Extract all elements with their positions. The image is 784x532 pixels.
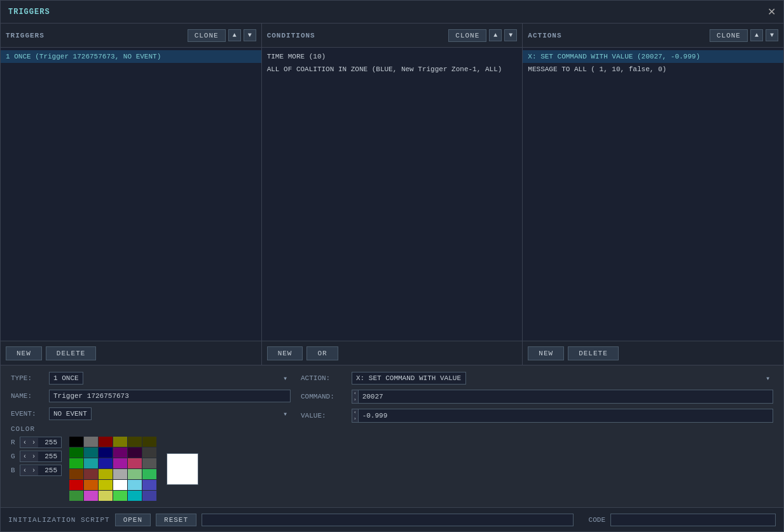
b-decrement-btn[interactable]: ‹ xyxy=(20,466,29,475)
triggers-delete-button[interactable]: DELETE xyxy=(46,346,97,360)
triggers-new-button[interactable]: NEW xyxy=(6,346,42,360)
color-swatch[interactable] xyxy=(84,437,98,447)
value-decrement-btn[interactable]: ‹ xyxy=(352,409,358,416)
color-swatch[interactable] xyxy=(142,469,156,479)
action-select[interactable]: X: SET COMMAND WITH VALUE xyxy=(352,372,466,385)
b-label: B xyxy=(11,467,20,474)
color-swatch[interactable] xyxy=(142,437,156,447)
color-swatch[interactable] xyxy=(69,469,83,479)
action-item-1[interactable]: MESSAGE TO ALL ( 1, 10, false, 0) xyxy=(523,63,783,76)
color-swatch[interactable] xyxy=(113,480,127,490)
triggers-up-button[interactable]: ▲ xyxy=(228,29,241,41)
actions-clone-button[interactable]: CLONE xyxy=(710,29,748,42)
color-swatch[interactable] xyxy=(99,491,113,501)
triggers-down-button[interactable]: ▼ xyxy=(244,29,256,41)
conditions-or-button[interactable]: OR xyxy=(306,346,338,360)
g-decrement-btn[interactable]: ‹ xyxy=(20,452,29,461)
color-swatch[interactable] xyxy=(84,447,98,458)
color-swatch[interactable] xyxy=(142,458,156,468)
color-swatch[interactable] xyxy=(113,437,127,447)
type-label: TYPE: xyxy=(11,374,49,382)
actions-delete-button[interactable]: DELETE xyxy=(568,346,619,360)
action-item-0[interactable]: X: SET COMMAND WITH VALUE (20027, -0.999… xyxy=(523,50,783,63)
code-input[interactable] xyxy=(610,514,776,526)
r-row: R ‹ › 255 xyxy=(11,437,62,448)
open-button[interactable]: OPEN xyxy=(115,514,151,526)
title-bar: TRIGGERS ✕ xyxy=(1,1,783,24)
command-increment-btn[interactable]: › xyxy=(352,397,358,403)
color-swatch[interactable] xyxy=(113,491,127,501)
color-swatch[interactable] xyxy=(128,437,142,447)
type-select[interactable]: 1 ONCE xyxy=(49,372,83,385)
color-swatch[interactable] xyxy=(69,458,83,468)
triggers-footer: NEW DELETE xyxy=(1,341,261,365)
g-value: 255 xyxy=(38,451,61,461)
actions-new-button[interactable]: NEW xyxy=(528,346,564,360)
g-increment-btn[interactable]: › xyxy=(29,452,38,461)
color-swatch[interactable] xyxy=(84,469,98,479)
script-input[interactable] xyxy=(202,514,574,526)
trigger-properties-form: TYPE: 1 ONCE NAME: EVENT: NO EVEN xyxy=(11,372,291,501)
actions-down-button[interactable]: ▼ xyxy=(766,29,778,41)
color-swatch[interactable] xyxy=(113,469,127,479)
command-label: COMMAND: xyxy=(301,393,352,400)
color-swatch[interactable] xyxy=(142,480,156,490)
value-stepper-arrows: ‹ › xyxy=(352,409,359,422)
bottom-bar: INITIALIZATION SCRIPT OPEN RESET CODE xyxy=(1,507,783,531)
color-swatch[interactable] xyxy=(84,480,98,490)
color-swatch[interactable] xyxy=(84,491,98,501)
triggers-panel-controls: CLONE ▲ ▼ xyxy=(188,29,256,42)
init-script-label: INITIALIZATION SCRIPT xyxy=(8,516,110,524)
command-decrement-btn[interactable]: ‹ xyxy=(352,390,358,397)
triggers-clone-button[interactable]: CLONE xyxy=(188,29,226,42)
trigger-item-0[interactable]: 1 ONCE (Trigger 1726757673, NO EVENT) xyxy=(1,50,261,63)
color-swatch[interactable] xyxy=(69,480,83,490)
color-swatch[interactable] xyxy=(142,491,156,501)
type-row: TYPE: 1 ONCE xyxy=(11,372,291,385)
color-swatch[interactable] xyxy=(128,458,142,468)
condition-item-0[interactable]: TIME MORE (10) xyxy=(262,50,523,63)
color-swatch[interactable] xyxy=(69,447,83,458)
conditions-down-button[interactable]: ▼ xyxy=(504,29,517,41)
color-swatch[interactable] xyxy=(128,469,142,479)
color-palette xyxy=(69,437,156,501)
value-stepper: ‹ › -0.999 xyxy=(352,409,773,423)
condition-item-1[interactable]: ALL OF COALITION IN ZONE (BLUE, New Trig… xyxy=(262,63,523,76)
close-button[interactable]: ✕ xyxy=(767,6,776,18)
b-stepper: ‹ › 255 xyxy=(20,465,62,476)
color-swatch[interactable] xyxy=(113,447,127,458)
color-swatch[interactable] xyxy=(99,480,113,490)
name-input[interactable] xyxy=(49,390,291,402)
event-label: EVENT: xyxy=(11,410,49,418)
r-increment-btn[interactable]: › xyxy=(29,438,38,447)
name-label: NAME: xyxy=(11,392,49,400)
color-swatch[interactable] xyxy=(128,491,142,501)
conditions-clone-button[interactable]: CLONE xyxy=(448,29,486,42)
color-swatch[interactable] xyxy=(142,447,156,458)
actions-panel: ACTIONS CLONE ▲ ▼ X: SET COMMAND WITH VA… xyxy=(523,24,783,365)
color-controls: R ‹ › 255 G ‹ xyxy=(11,437,291,501)
actions-up-button[interactable]: ▲ xyxy=(750,29,763,41)
color-swatch[interactable] xyxy=(99,469,113,479)
conditions-new-button[interactable]: NEW xyxy=(267,346,303,360)
color-swatch[interactable] xyxy=(128,480,142,490)
color-swatch[interactable] xyxy=(69,437,83,447)
r-decrement-btn[interactable]: ‹ xyxy=(20,438,29,447)
color-swatch[interactable] xyxy=(99,447,113,458)
value-increment-btn[interactable]: › xyxy=(352,416,358,422)
b-increment-btn[interactable]: › xyxy=(29,466,38,475)
code-label: CODE xyxy=(589,516,605,524)
color-swatch[interactable] xyxy=(69,491,83,501)
color-swatch[interactable] xyxy=(99,458,113,468)
color-swatch[interactable] xyxy=(99,437,113,447)
actions-list: X: SET COMMAND WITH VALUE (20027, -0.999… xyxy=(523,48,783,341)
g-label: G xyxy=(11,453,20,460)
reset-button[interactable]: RESET xyxy=(156,514,196,526)
color-swatch[interactable] xyxy=(128,447,142,458)
value-value: -0.999 xyxy=(359,410,392,421)
color-swatch[interactable] xyxy=(113,458,127,468)
triggers-list: 1 ONCE (Trigger 1726757673, NO EVENT) xyxy=(1,48,261,341)
color-swatch[interactable] xyxy=(84,458,98,468)
conditions-up-button[interactable]: ▲ xyxy=(489,29,502,41)
event-select[interactable]: NO EVENT xyxy=(49,407,92,420)
